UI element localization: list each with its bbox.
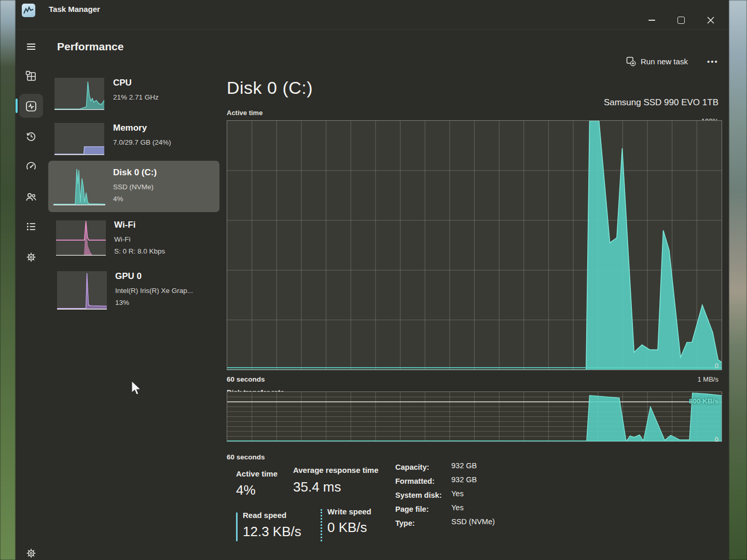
run-new-task-button[interactable]: Run new task	[621, 52, 693, 70]
xfer-marker-label: 800 KB/s	[641, 397, 718, 405]
sidebar-item-performance[interactable]	[22, 97, 40, 115]
memory-stats: 7.0/29.7 GB (24%)	[113, 138, 171, 146]
close-icon	[707, 17, 714, 24]
sidebar-item-users[interactable]	[22, 188, 40, 206]
wifi-mini-chart	[56, 220, 106, 256]
xfer-min-label: 0	[641, 436, 718, 443]
memory-title: Memory	[113, 123, 147, 133]
titlebar: Task Manager	[16, 0, 729, 30]
type-value: SSD (NVMe)	[451, 517, 576, 526]
sidebar-item-app-history[interactable]	[22, 128, 40, 145]
gpu-percent: 13%	[115, 299, 129, 306]
disk-percent: 4%	[113, 195, 123, 203]
xfer-xaxis-label: 60 seconds	[227, 453, 265, 461]
gpu-mini-chart	[57, 271, 107, 310]
services-gear-icon	[25, 251, 37, 263]
mouse-cursor	[131, 380, 143, 397]
active-time-stat-value: 4%	[236, 482, 256, 498]
disk-mini-chart	[53, 167, 105, 205]
users-icon	[25, 191, 37, 203]
active-time-stat-label: Active time	[236, 469, 278, 478]
sidebar-item-details[interactable]	[22, 218, 40, 235]
minimize-icon	[648, 20, 655, 21]
write-speed-label: Write speed	[327, 507, 371, 516]
hamburger-icon	[25, 41, 37, 52]
settings-gear-icon	[25, 547, 37, 559]
sidebar-menu-button[interactable]	[22, 38, 40, 55]
memory-mini-chart	[54, 123, 104, 155]
cpu-title: CPU	[113, 78, 132, 88]
sidebar-item-settings[interactable]	[22, 544, 40, 560]
cpu-stats: 21% 2.71 GHz	[113, 93, 159, 101]
wifi-rates: S: 0 R: 8.0 Kbps	[114, 247, 165, 255]
page-title: Performance	[57, 40, 123, 53]
sidebar-item-processes[interactable]	[22, 67, 40, 85]
sidebar-item-services[interactable]	[22, 248, 40, 266]
disk-device-name: Samsung SSD 990 EVO 1TB	[506, 97, 718, 108]
active-xaxis-label: 60 seconds	[227, 375, 265, 383]
task-manager-window: Task Manager Performance Run new task ••…	[16, 0, 729, 560]
photo-background-left	[0, 0, 16, 560]
active-time-label: Active time	[227, 109, 262, 117]
xfer-max-label: 1 MB/s	[641, 375, 718, 383]
performance-icon	[25, 100, 37, 113]
formatted-value: 932 GB	[451, 475, 576, 484]
active-min-label: 0	[641, 362, 718, 370]
processes-icon	[25, 70, 37, 82]
cpu-mini-chart	[54, 78, 104, 110]
details-list-icon	[25, 220, 37, 233]
active-time-chart[interactable]	[227, 120, 722, 370]
disk-type: SSD (NVMe)	[113, 183, 154, 191]
wifi-adapter: Wi-Fi	[114, 235, 130, 243]
gpu-device: Intel(R) Iris(R) Xe Grap...	[115, 287, 193, 295]
history-clock-icon	[25, 130, 37, 143]
photo-background-right	[729, 0, 747, 560]
avg-response-value: 35.4 ms	[293, 479, 341, 495]
read-speed-label: Read speed	[243, 511, 286, 520]
wifi-title: Wi-Fi	[114, 220, 135, 230]
maximize-icon	[677, 17, 685, 24]
read-speed-legend-bar	[236, 512, 238, 541]
sidebar-selected-indicator	[16, 99, 18, 113]
photo-of-screen: Task Manager Performance Run new task ••…	[0, 0, 747, 560]
run-new-task-icon	[626, 57, 636, 66]
maximize-button[interactable]	[669, 11, 693, 29]
read-speed-value: 12.3 KB/s	[243, 524, 301, 540]
avg-response-label: Average response time	[293, 466, 379, 474]
write-speed-legend-bar	[321, 509, 322, 541]
window-title: Task Manager	[49, 5, 100, 13]
main-disk-title: Disk 0 (C:)	[227, 78, 313, 98]
minimize-button[interactable]	[640, 11, 663, 29]
startup-gauge-icon	[25, 160, 37, 173]
perf-item-disk0-selected[interactable]: Disk 0 (C:) SSD (NVMe) 4%	[48, 161, 219, 212]
task-manager-app-icon	[22, 4, 35, 17]
close-button[interactable]	[699, 11, 723, 29]
gpu-title: GPU 0	[115, 271, 142, 282]
system-disk-value: Yes	[451, 489, 576, 498]
capacity-value: 932 GB	[451, 461, 576, 470]
page-file-value: Yes	[451, 503, 576, 512]
write-speed-value: 0 KB/s	[327, 520, 367, 536]
more-options-button[interactable]: •••	[702, 53, 723, 69]
sidebar-item-startup-apps[interactable]	[22, 158, 40, 175]
run-new-task-label: Run new task	[641, 57, 688, 66]
disk-title: Disk 0 (C:)	[113, 167, 157, 178]
